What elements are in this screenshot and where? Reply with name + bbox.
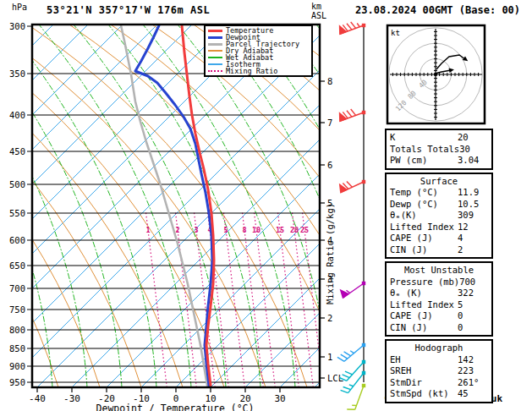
stat-label: Pressure (mb) — [390, 277, 459, 288]
pressure-tick-label: 550 — [9, 208, 25, 218]
wind-barb-level-marker — [362, 180, 365, 184]
wind-barb — [340, 22, 366, 34]
wind-barb — [337, 343, 365, 361]
valid-datetime-label: 23.08.2024 00GMT (Base: 00) — [355, 4, 520, 16]
hodograph_stats-row: EH142 — [387, 354, 491, 366]
hodograph-unit-label: kt — [391, 29, 400, 37]
hodograph_stats-panel: HodographEH142SREH223StmDir261°StmSpd (k… — [385, 339, 493, 403]
surface-panel: SurfaceTemp (°C)11.9Dewp (°C)10.5θₑ(K)30… — [385, 173, 493, 260]
stat-label: Lifted Index — [390, 222, 458, 233]
stat-label: CIN (J) — [390, 244, 458, 256]
dewpoint-curve — [135, 25, 212, 386]
stat-label: Totals Totals — [390, 144, 459, 156]
most_unstable-row: CAPE (J)0 — [387, 310, 491, 322]
chart-legend: TemperatureDewpointParcel TrajectoryDry … — [204, 25, 313, 77]
wind-barb-level-marker — [362, 360, 365, 364]
stat-value: 20 — [458, 132, 488, 144]
wind-barb — [347, 384, 365, 409]
hodograph_stats-row: StmSpd (kt)45 — [387, 388, 491, 400]
legend-swatch-dry-adiabat — [208, 50, 222, 52]
mixing-ratio-label: 1 — [145, 226, 150, 234]
stat-label: StmDir — [390, 377, 458, 389]
mixing-ratio-label: 25 — [300, 226, 309, 234]
mixing-ratio-labels: 12345810152025 — [145, 226, 309, 234]
temp-tick-label: 30 — [274, 393, 285, 404]
wind-barb-level-marker — [362, 111, 365, 114]
mixing-ratio-label: 20 — [290, 226, 299, 234]
hodograph_stats-row: StmDir261° — [387, 377, 491, 389]
indices-panel-stack: K20Totals Totals30PW (cm)3.04SurfaceTemp… — [385, 129, 493, 406]
km-tick-label: 6 — [327, 160, 332, 170]
pressure-tick-label: 400 — [9, 110, 25, 120]
mixing-ratio-lines — [145, 211, 323, 387]
hodograph_stats-row: SREH223 — [387, 365, 491, 377]
stat-label: Temp (°C) — [390, 187, 458, 199]
altitude-unit-asl-label: ASL — [311, 11, 326, 20]
stat-label: StmSpd (kt) — [390, 388, 458, 400]
temp-tick-label: -30 — [63, 393, 80, 404]
stat-value: 45 — [458, 388, 488, 400]
hodograph-origin-marker — [434, 73, 437, 76]
legend-swatch-isotherm — [208, 63, 222, 65]
stat-value: 261° — [458, 377, 488, 389]
wind-barb-level-marker — [362, 371, 365, 375]
stat-label: CIN (J) — [390, 322, 458, 334]
page-title: 53°21'N 357°17'W 176m ASL — [47, 4, 210, 16]
altitude-unit-km-label: km — [311, 2, 321, 11]
stat-label: PW (cm) — [390, 155, 458, 167]
pressure-tick-label: 700 — [9, 283, 25, 293]
most_unstable-panel-title: Most Unstable — [387, 265, 491, 277]
most_unstable-panel: Most UnstablePressure (mb)700θₑ (K)322Li… — [385, 261, 493, 337]
mixing-ratio-label: 15 — [276, 226, 284, 234]
x-axis-title: Dewpoint / Temperature (°C) — [96, 403, 255, 411]
stat-value: 0 — [458, 322, 488, 334]
surface-row: CAPE (J)4 — [387, 233, 491, 244]
temperature-axis: -40-30-20-100102030Dewpoint / Temperatur… — [29, 388, 286, 411]
surface-row: θₑ(K)309 — [387, 210, 491, 222]
stat-value: 12 — [458, 222, 488, 233]
stat-value: 10.5 — [458, 199, 488, 211]
stat-label: θₑ(K) — [390, 210, 458, 222]
mixing-ratio-label: 3 — [194, 226, 198, 234]
stat-value: 30 — [459, 144, 488, 156]
stat-label: θₑ (K) — [390, 288, 458, 299]
pressure-tick-label: 950 — [9, 377, 25, 387]
surface-panel-title: Surface — [387, 176, 491, 188]
most_unstable-row: CIN (J)0 — [387, 322, 491, 334]
km-tick-label: 8 — [327, 76, 332, 86]
km-tick-label: 7 — [327, 118, 332, 128]
indices-panel: K20Totals Totals30PW (cm)3.04 — [385, 129, 493, 170]
indices-row: K20 — [387, 132, 491, 144]
pressure-tick-label: 750 — [9, 304, 25, 315]
pressure-tick-label: 800 — [9, 325, 25, 335]
hodograph_stats-panel-title: Hodograph — [387, 342, 491, 354]
mixing-ratio-label: 10 — [252, 226, 261, 234]
wind-barb-level-marker — [362, 384, 365, 387]
mixing-ratio-label: 8 — [242, 226, 246, 234]
hodograph: 4080120kt — [387, 25, 485, 123]
stat-value: 322 — [458, 288, 488, 299]
wind-barb-level-marker — [362, 343, 365, 347]
legend-swatch-mixing-ratio — [208, 70, 222, 72]
pressure-tick-label: 600 — [9, 235, 25, 245]
stat-value: 3.04 — [458, 155, 488, 167]
most_unstable-row: Pressure (mb)700 — [387, 277, 491, 288]
stat-label: Lifted Index — [390, 299, 458, 311]
wind-barb-level-marker — [362, 24, 365, 27]
stat-label: SREH — [390, 365, 458, 377]
surface-row: Temp (°C)11.9 — [387, 187, 491, 199]
pressure-unit-label: hPa — [12, 3, 27, 12]
wind-barb — [340, 109, 366, 121]
legend-swatch-temperature — [208, 30, 222, 32]
pressure-tick-label: 850 — [9, 343, 25, 353]
km-tick-label: 2 — [327, 313, 332, 323]
stat-value: 11.9 — [458, 187, 488, 199]
wind-barb — [340, 180, 365, 193]
surface-row: Dewp (°C)10.5 — [387, 199, 491, 211]
indices-row: Totals Totals30 — [387, 144, 491, 156]
stat-value: 700 — [459, 277, 488, 288]
surface-row: CIN (J)2 — [387, 244, 491, 256]
stat-value: 142 — [458, 354, 488, 366]
indices-row: PW (cm)3.04 — [387, 155, 491, 167]
temp-tick-label: -40 — [29, 393, 46, 404]
